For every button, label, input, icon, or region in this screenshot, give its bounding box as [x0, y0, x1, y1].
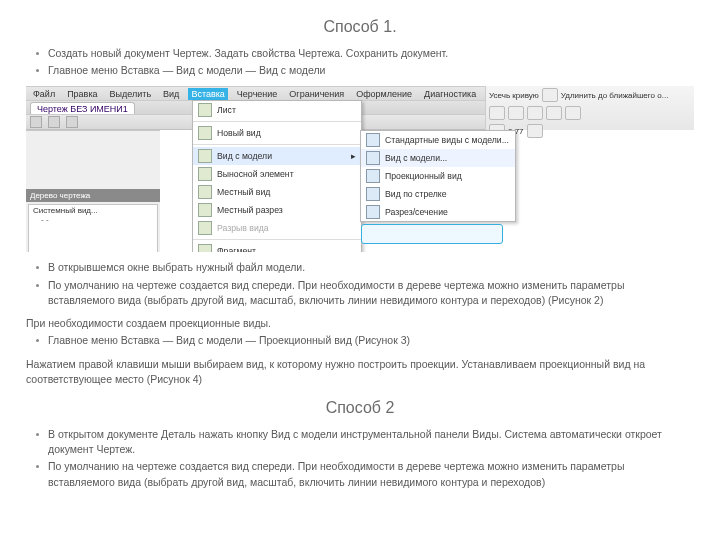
right-ribbon: Усечь кривуюУдлинить до ближайшего о... …	[485, 86, 694, 130]
document-tab[interactable]: Чертеж БЕЗ ИМЕНИ1	[30, 102, 135, 115]
menu-выделить[interactable]: Выделить	[107, 88, 155, 100]
drawing-tree: Дерево чертежа Системный вид... - -	[26, 130, 160, 252]
menu-вид[interactable]: Вид	[160, 88, 182, 100]
menu-вставка[interactable]: Вставка	[188, 88, 227, 100]
bullet-item: В открывшемся окне выбрать нужный файл м…	[26, 260, 694, 275]
menu-item[interactable]: Новый вид	[193, 124, 361, 142]
submenu-item[interactable]: Вид по стрелке	[361, 185, 515, 203]
menu-item: Разрыв вида	[193, 219, 361, 237]
tool-icon[interactable]	[66, 116, 78, 128]
menu-item[interactable]: Местный разрез	[193, 201, 361, 219]
ribbon-icon[interactable]	[565, 106, 581, 120]
menu-правка[interactable]: Правка	[64, 88, 100, 100]
hint-bubble	[361, 224, 503, 244]
paragraph: Нажатием правой клавиши мыши выбираем ви…	[26, 357, 694, 387]
menu-item[interactable]: Выносной элемент	[193, 165, 361, 183]
menu-ограничения[interactable]: Ограничения	[286, 88, 347, 100]
ribbon-icon[interactable]	[527, 124, 543, 138]
bullet-item: Создать новый документ Чертеж. Задать св…	[26, 46, 694, 61]
view-from-model-submenu: Стандартные виды с модели...Вид с модели…	[360, 130, 516, 222]
menu-item[interactable]: Фрагмент...	[193, 242, 361, 252]
app-screenshot: ФайлПравкаВыделитьВидВставкаЧерчениеОгра…	[26, 86, 694, 252]
bullet-item: Главное меню Вставка — Вид с модели — Ви…	[26, 63, 694, 78]
bullets-2: В открывшемся окне выбрать нужный файл м…	[26, 260, 694, 308]
bullet-item: В открытом документе Деталь нажать кнопк…	[26, 427, 694, 457]
tool-icon[interactable]	[48, 116, 60, 128]
insert-menu: ЛистНовый видВид с модели▸Выносной элеме…	[192, 100, 362, 252]
ribbon-icon[interactable]	[489, 106, 505, 120]
tool-icon[interactable]	[30, 116, 42, 128]
paragraph: При необходимости создаем проекционные в…	[26, 316, 694, 331]
heading-method-2: Способ 2	[26, 399, 694, 417]
menu-файл[interactable]: Файл	[30, 88, 58, 100]
ribbon-icon[interactable]	[546, 106, 562, 120]
bullet-item: По умолчанию на чертеже создается вид сп…	[26, 278, 694, 308]
menu-черчение[interactable]: Черчение	[234, 88, 281, 100]
menu-item[interactable]: Лист	[193, 101, 361, 119]
bullet-item: Главное меню Вставка — Вид с модели — Пр…	[26, 333, 694, 348]
ribbon-icon[interactable]	[508, 106, 524, 120]
submenu-item[interactable]: Вид с модели...	[361, 149, 515, 167]
menu-оформление[interactable]: Оформление	[353, 88, 415, 100]
ribbon-icon[interactable]	[527, 106, 543, 120]
submenu-item[interactable]: Стандартные виды с модели...	[361, 131, 515, 149]
menu-item[interactable]: Местный вид	[193, 183, 361, 201]
bullets-1: Создать новый документ Чертеж. Задать св…	[26, 46, 694, 78]
heading-method-1: Способ 1.	[26, 18, 694, 36]
tree-item[interactable]: Системный вид...	[31, 206, 155, 215]
tree-item[interactable]: - -	[31, 215, 155, 224]
ribbon-cmd[interactable]: Удлинить до ближайшего о...	[561, 91, 669, 100]
bullets-3: Главное меню Вставка — Вид с модели — Пр…	[26, 333, 694, 348]
bullet-item: По умолчанию на чертеже создается вид сп…	[26, 459, 694, 489]
menu-item[interactable]: Вид с модели▸	[193, 147, 361, 165]
menu-диагностика[interactable]: Диагностика	[421, 88, 479, 100]
ribbon-icon[interactable]	[542, 88, 558, 102]
tree-header: Дерево чертежа	[26, 189, 160, 202]
submenu-item[interactable]: Разрез/сечение	[361, 203, 515, 221]
submenu-item[interactable]: Проекционный вид	[361, 167, 515, 185]
ribbon-cmd[interactable]: Усечь кривую	[489, 91, 539, 100]
bullets-4: В открытом документе Деталь нажать кнопк…	[26, 427, 694, 490]
